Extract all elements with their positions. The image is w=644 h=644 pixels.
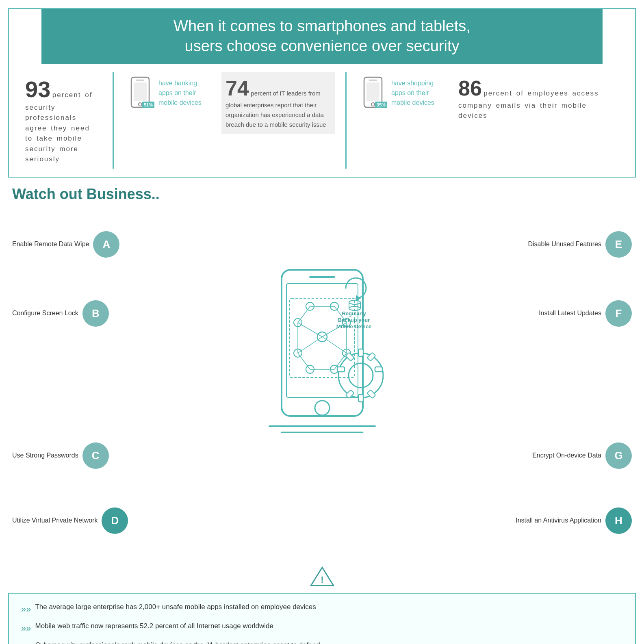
tip-A-label: Enable Remote Data Wipe — [12, 241, 89, 248]
svg-rect-39 — [337, 367, 345, 372]
tip-C: Use Strong Passwords C — [12, 442, 109, 469]
stat-74: 74 percent of IT leaders from global ent… — [221, 72, 335, 134]
divider-2 — [345, 72, 347, 169]
tip-C-letter: C — [92, 449, 100, 462]
tip-D: Utilize Virtual Private Network D — [12, 507, 128, 534]
svg-point-34 — [338, 353, 383, 398]
stat-74-number: 74 — [226, 76, 249, 100]
tip-A: Enable Remote Data Wipe A — [12, 231, 119, 258]
tip-B: Configure Screen Lock B — [12, 300, 109, 327]
tip-E-label: Disable Unused Features — [528, 241, 601, 248]
tip-E: E Disable Unused Features — [528, 231, 632, 258]
tip-D-letter: D — [111, 514, 119, 527]
svg-rect-38 — [375, 367, 382, 372]
tip-A-circle: A — [93, 231, 119, 258]
warning-triangle-icon: ! — [310, 564, 334, 589]
tip-D-label: Utilize Virtual Private Network — [12, 517, 98, 524]
svg-point-35 — [349, 363, 373, 388]
fact-2-arrow: »» — [21, 622, 31, 635]
tip-C-label: Use Strong Passwords — [12, 452, 78, 459]
fact-2-text: Mobile web traffic now represents 52.2 p… — [35, 621, 273, 631]
tip-B-circle: B — [82, 300, 109, 327]
banking-text: have banking apps on their mobile device… — [158, 78, 209, 108]
tip-B-letter: B — [92, 307, 100, 320]
tip-G-label: Encrypt On-device Data — [532, 452, 601, 459]
fact-2: »» Mobile web traffic now represents 52.… — [21, 621, 623, 635]
svg-text:Backup your: Backup your — [338, 317, 370, 323]
svg-line-24 — [322, 337, 347, 353]
center-phone-graphic: Regularly Backup your Mobile Device — [257, 266, 387, 501]
header-banner: When it comes to smartphones and tablets… — [41, 9, 603, 64]
svg-rect-42 — [367, 390, 375, 398]
fact-3-text: Cybersecurity professionals rank mobile … — [35, 640, 320, 644]
fact-1-arrow: »» — [21, 603, 31, 616]
stats-row: 93 percent of security professionals agr… — [9, 64, 635, 177]
tip-H-letter: H — [615, 514, 622, 527]
watch-out-section: Watch out Business.. — [0, 178, 644, 207]
tip-H: H Install an Antivirus Application — [516, 507, 632, 534]
divider-1 — [113, 72, 114, 169]
fact-1-text: The average large enterprise has 2,000+ … — [35, 602, 316, 612]
fact-1: »» The average large enterprise has 2,00… — [21, 602, 623, 616]
svg-rect-3 — [134, 82, 147, 101]
svg-point-6 — [371, 103, 375, 106]
phone-main-svg: Regularly Backup your Mobile Device — [257, 266, 387, 510]
tips-section: Enable Remote Data Wipe A Configure Scre… — [0, 207, 644, 560]
svg-line-25 — [298, 306, 310, 323]
svg-rect-7 — [366, 82, 379, 101]
tip-G-letter: G — [614, 449, 622, 462]
tip-B-label: Configure Screen Lock — [12, 310, 78, 317]
shopping-text: have shopping apps on their mobile devic… — [391, 78, 442, 108]
stat-86: 86 percent of employees access company e… — [454, 72, 623, 125]
phone-shopping: 35% have shopping apps on their mobile d… — [357, 72, 446, 114]
tip-E-circle: E — [605, 231, 632, 258]
svg-rect-37 — [358, 395, 363, 402]
tip-F: F Install Latest Updates — [539, 300, 632, 327]
phone-icon-2: 35% — [361, 76, 385, 110]
title-line2: users choose convenience over security — [185, 37, 460, 54]
tip-E-letter: E — [615, 238, 622, 251]
tip-D-circle: D — [102, 507, 128, 534]
main-title: When it comes to smartphones and tablets… — [54, 16, 590, 56]
tip-F-label: Install Latest Updates — [539, 310, 601, 317]
phone-icon-1: 51% — [128, 76, 152, 110]
svg-rect-36 — [358, 349, 363, 356]
badge-35: 35% — [375, 102, 387, 108]
phone-banking: 51% have banking apps on their mobile de… — [124, 72, 213, 114]
fact-3: »» Cybersecurity professionals rank mobi… — [21, 640, 623, 644]
top-section: When it comes to smartphones and tablets… — [8, 8, 636, 178]
tip-H-label: Install an Antivirus Application — [516, 517, 601, 524]
bottom-facts: »» The average large enterprise has 2,00… — [8, 593, 636, 644]
svg-rect-41 — [345, 352, 354, 361]
svg-line-27 — [298, 353, 310, 369]
watch-out-title: Watch out Business.. — [12, 186, 632, 203]
warning-row: ! — [0, 564, 644, 589]
tip-G-circle: G — [605, 442, 632, 469]
tip-H-circle: H — [605, 507, 632, 534]
badge-51: 51% — [142, 102, 154, 108]
svg-line-21 — [298, 323, 322, 337]
svg-text:Regularly: Regularly — [342, 310, 366, 317]
tip-F-letter: F — [616, 307, 622, 320]
svg-text:!: ! — [321, 574, 323, 584]
tip-C-circle: C — [82, 442, 109, 469]
tip-F-circle: F — [605, 300, 632, 327]
svg-rect-40 — [367, 352, 375, 361]
svg-text:Mobile Device: Mobile Device — [336, 323, 371, 330]
stat-86-number: 86 — [458, 76, 482, 100]
title-line1: When it comes to smartphones and tablets… — [173, 17, 471, 35]
fact-3-arrow: »» — [21, 641, 31, 644]
stat-93-number: 93 — [25, 76, 50, 102]
tip-A-letter: A — [103, 238, 111, 251]
tip-G: G Encrypt On-device Data — [532, 442, 632, 469]
svg-point-10 — [315, 401, 330, 415]
stat-93: 93 percent of security professionals agr… — [21, 72, 102, 169]
svg-rect-11 — [286, 284, 358, 397]
svg-point-2 — [139, 103, 142, 106]
svg-line-23 — [298, 337, 322, 353]
